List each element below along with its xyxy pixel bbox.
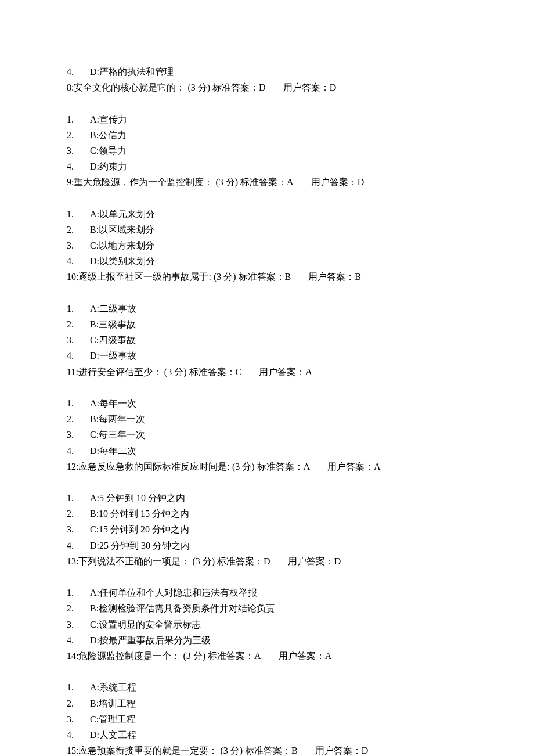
option-number: 2. bbox=[67, 222, 82, 237]
answer-option: 3.C:管理工程 bbox=[67, 711, 467, 727]
answer-option: 4.D:人文工程 bbox=[67, 727, 467, 743]
answer-option: 2.B:以区域来划分 bbox=[67, 222, 467, 237]
answer-option: 2.B:10 分钟到 15 分钟之内 bbox=[67, 506, 467, 521]
question-points: (3 分) bbox=[211, 272, 236, 282]
option-number: 1. bbox=[67, 111, 82, 127]
question-points: (3 分) bbox=[218, 746, 243, 755]
option-text: D:25 分钟到 30 分钟之内 bbox=[90, 541, 190, 550]
answer-option: 1.A:任何单位和个人对隐患和违法有权举报 bbox=[67, 585, 467, 600]
standard-answer-value: B bbox=[291, 746, 298, 755]
answer-option: 1.A:每年一次 bbox=[67, 395, 467, 411]
option-number: 4. bbox=[67, 64, 82, 80]
option-text: D:按最严重事故后果分为三级 bbox=[90, 635, 211, 645]
user-answer-value: D bbox=[330, 82, 337, 92]
blank-line bbox=[67, 95, 467, 111]
standard-answer-label: 标准答案： bbox=[189, 367, 236, 377]
option-number: 4. bbox=[67, 348, 82, 363]
answer-option: 1.A:宣传力 bbox=[67, 111, 467, 127]
answer-option: 4.D:以类别来划分 bbox=[67, 253, 467, 269]
answer-option: 2.B:公信力 bbox=[67, 127, 467, 143]
question-stem: :逐级上报至社区一级的事故属于: bbox=[76, 272, 211, 282]
option-text: B:公信力 bbox=[90, 130, 127, 140]
question-number: 13 bbox=[67, 556, 76, 566]
question-points: (3 分) bbox=[230, 462, 255, 471]
question-stem: :应急反应急救的国际标准反应时间是: bbox=[76, 462, 230, 471]
blank-line bbox=[67, 285, 467, 301]
blank-line bbox=[67, 664, 467, 679]
user-answer-label: 用户答案： bbox=[288, 556, 334, 566]
option-number: 3. bbox=[67, 237, 82, 253]
option-text: D:一级事故 bbox=[90, 351, 136, 361]
option-text: B:培训工程 bbox=[90, 699, 136, 708]
option-text: C:设置明显的安全警示标志 bbox=[90, 620, 201, 629]
option-number: 4. bbox=[67, 632, 82, 648]
option-text: A:系统工程 bbox=[90, 682, 136, 692]
question-points: (3 分) bbox=[185, 82, 210, 92]
question-number: 15 bbox=[67, 746, 76, 755]
standard-answer-label: 标准答案： bbox=[245, 746, 291, 755]
option-number: 1. bbox=[67, 395, 82, 411]
option-number: 3. bbox=[67, 617, 82, 632]
option-number: 2. bbox=[67, 316, 82, 332]
option-text: A:5 分钟到 10 分钟之内 bbox=[90, 493, 185, 503]
answer-option: 4.D:按最严重事故后果分为三级 bbox=[67, 632, 467, 648]
option-text: C:四级事故 bbox=[90, 335, 136, 345]
option-number: 1. bbox=[67, 206, 82, 222]
question-points: (3 分) bbox=[213, 177, 238, 187]
answer-option: 3.C:15 分钟到 20 分钟之内 bbox=[67, 521, 467, 537]
option-text: C:每三年一次 bbox=[90, 430, 145, 440]
answer-option: 3.C:领导力 bbox=[67, 143, 467, 159]
option-text: C:领导力 bbox=[90, 146, 127, 156]
standard-answer-label: 标准答案： bbox=[217, 556, 264, 566]
option-text: A:任何单位和个人对隐患和违法有权举报 bbox=[90, 588, 257, 597]
answer-option: 1.A:二级事故 bbox=[67, 301, 467, 316]
user-answer-label: 用户答案： bbox=[279, 651, 325, 661]
question-line: 11:进行安全评估至少： (3 分) 标准答案：C用户答案：A bbox=[67, 364, 467, 380]
answer-option: 4.D:每年二次 bbox=[67, 443, 467, 459]
question-points: (3 分) bbox=[162, 367, 187, 377]
option-number: 2. bbox=[67, 506, 82, 521]
option-text: D:以类别来划分 bbox=[90, 256, 155, 266]
answer-option: 4.D:严格的执法和管理 bbox=[67, 64, 467, 80]
option-number: 3. bbox=[67, 711, 82, 727]
option-number: 2. bbox=[67, 411, 82, 427]
user-answer-value: D bbox=[362, 746, 369, 755]
question-points: (3 分) bbox=[190, 556, 215, 566]
option-text: A:以单元来划分 bbox=[90, 209, 155, 219]
standard-answer-value: A bbox=[287, 177, 294, 187]
option-number: 4. bbox=[67, 538, 82, 553]
user-answer-label: 用户答案： bbox=[311, 177, 358, 187]
question-number: 9 bbox=[67, 177, 71, 187]
answer-option: 1.A:系统工程 bbox=[67, 679, 467, 695]
option-text: A:二级事故 bbox=[90, 304, 136, 314]
option-text: C:以地方来划分 bbox=[90, 240, 154, 250]
question-number: 14 bbox=[67, 651, 76, 661]
option-number: 2. bbox=[67, 696, 82, 711]
question-number: 8 bbox=[67, 82, 71, 92]
document-body: 4.D:严格的执法和管理8:安全文化的核心就是它的： (3 分) 标准答案：D用… bbox=[67, 64, 467, 756]
option-text: B:检测检验评估需具备资质条件并对结论负责 bbox=[90, 603, 275, 613]
question-number: 11 bbox=[67, 367, 75, 377]
option-text: D:人文工程 bbox=[90, 730, 136, 740]
question-points: (3 分) bbox=[181, 651, 205, 661]
blank-line bbox=[67, 380, 467, 395]
option-text: A:每年一次 bbox=[90, 398, 136, 408]
option-text: B:每两年一次 bbox=[90, 414, 145, 424]
option-number: 1. bbox=[67, 679, 82, 695]
standard-answer-value: A bbox=[304, 462, 311, 471]
option-text: B:以区域来划分 bbox=[90, 225, 154, 235]
option-text: C:15 分钟到 20 分钟之内 bbox=[90, 524, 189, 534]
option-number: 3. bbox=[67, 143, 82, 159]
standard-answer-label: 标准答案： bbox=[212, 82, 259, 92]
user-answer-label: 用户答案： bbox=[315, 746, 362, 755]
option-text: B:三级事故 bbox=[90, 319, 136, 329]
user-answer-label: 用户答案： bbox=[259, 367, 305, 377]
standard-answer-value: D bbox=[264, 556, 270, 566]
user-answer-label: 用户答案： bbox=[327, 462, 374, 471]
question-number: 12 bbox=[67, 462, 76, 471]
answer-option: 3.C:四级事故 bbox=[67, 332, 467, 348]
answer-option: 4.D:约束力 bbox=[67, 159, 467, 174]
option-text: B:10 分钟到 15 分钟之内 bbox=[90, 509, 189, 519]
question-number: 10 bbox=[67, 272, 76, 282]
question-line: 9:重大危险源，作为一个监控制度： (3 分) 标准答案：A用户答案：D bbox=[67, 174, 467, 190]
